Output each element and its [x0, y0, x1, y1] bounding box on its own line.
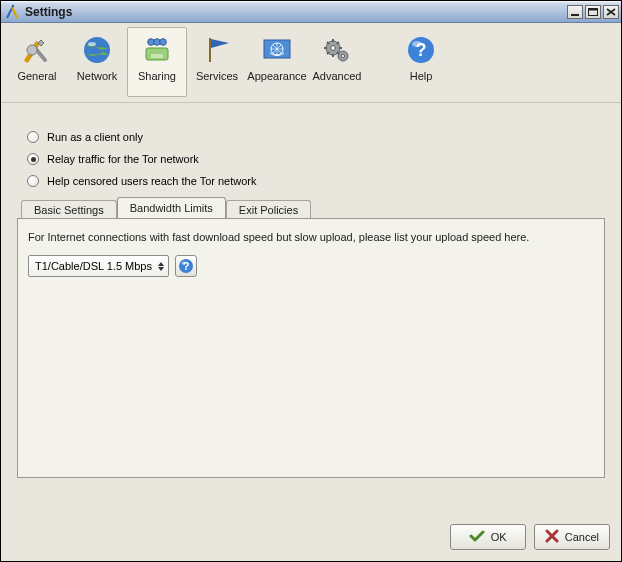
toolbar-label: Sharing [138, 70, 176, 82]
upload-speed-select[interactable]: T1/Cable/DSL 1.5 Mbps [28, 255, 169, 277]
close-button[interactable] [603, 5, 619, 19]
ok-button[interactable]: OK [450, 524, 526, 550]
radio-icon [27, 131, 39, 143]
titlebar: Settings [1, 1, 621, 23]
relay-option-relay[interactable]: Relay traffic for the Tor network [27, 153, 605, 165]
svg-point-17 [341, 54, 345, 58]
ok-label: OK [491, 531, 507, 543]
svg-point-4 [84, 37, 110, 63]
svg-rect-11 [209, 38, 211, 62]
cancel-button[interactable]: Cancel [534, 524, 610, 550]
tab-exit-policies[interactable]: Exit Policies [226, 200, 311, 219]
toolbar-item-network[interactable]: Network [67, 27, 127, 97]
relay-option-client[interactable]: Run as a client only [27, 131, 605, 143]
bandwidth-panel: For Internet connections with fast downl… [17, 218, 605, 478]
svg-point-10 [160, 39, 167, 46]
gears-icon [321, 34, 353, 66]
cross-icon [545, 529, 559, 545]
spinner-icon [158, 262, 164, 271]
relay-option-bridge[interactable]: Help censored users reach the Tor networ… [27, 175, 605, 187]
maximize-button[interactable] [585, 5, 601, 19]
toolbar-label: Advanced [313, 70, 362, 82]
svg-point-24 [181, 262, 186, 265]
radio-icon [27, 153, 39, 165]
tab-bandwidth-limits[interactable]: Bandwidth Limits [117, 197, 226, 218]
app-icon [5, 4, 21, 20]
bandwidth-help-button[interactable]: ? [175, 255, 197, 277]
checkmark-icon [469, 530, 485, 544]
svg-point-0 [12, 4, 14, 6]
svg-point-5 [88, 42, 96, 46]
toolbar: General Network Sharing [1, 23, 621, 103]
sharing-icon [141, 34, 173, 66]
tab-label: Bandwidth Limits [130, 202, 213, 214]
toolbar-label: Appearance [247, 70, 306, 82]
svg-rect-7 [151, 54, 163, 58]
toolbar-item-advanced[interactable]: Advanced [307, 27, 367, 97]
dialog-footer: OK Cancel [450, 524, 610, 550]
upload-speed-value: T1/Cable/DSL 1.5 Mbps [35, 260, 152, 272]
window-title: Settings [25, 5, 565, 19]
toolbar-item-appearance[interactable]: Appearance [247, 27, 307, 97]
un-flag-icon [261, 34, 293, 66]
help-icon: ? [405, 34, 437, 66]
tab-label: Basic Settings [34, 204, 104, 216]
toolbar-label: Help [410, 70, 433, 82]
toolbar-label: General [17, 70, 56, 82]
svg-rect-1 [571, 14, 579, 16]
tab-label: Exit Policies [239, 204, 298, 216]
toolbar-label: Network [77, 70, 117, 82]
svg-point-21 [412, 41, 422, 47]
tab-basic-settings[interactable]: Basic Settings [21, 200, 117, 219]
radio-label: Relay traffic for the Tor network [47, 153, 199, 165]
toolbar-item-services[interactable]: Services [187, 27, 247, 97]
radio-label: Help censored users reach the Tor networ… [47, 175, 257, 187]
toolbar-item-general[interactable]: General [7, 27, 67, 97]
radio-icon [27, 175, 39, 187]
toolbar-label: Services [196, 70, 238, 82]
cancel-label: Cancel [565, 531, 599, 543]
svg-rect-3 [589, 8, 598, 10]
radio-label: Run as a client only [47, 131, 143, 143]
toolbar-item-help[interactable]: ? Help [391, 27, 451, 97]
globe-icon [81, 34, 113, 66]
svg-point-15 [331, 46, 336, 51]
content-area: Run as a client only Relay traffic for t… [1, 103, 621, 486]
flag-icon [201, 34, 233, 66]
bandwidth-description: For Internet connections with fast downl… [28, 231, 594, 243]
tools-icon [21, 34, 53, 66]
toolbar-item-sharing[interactable]: Sharing [127, 27, 187, 97]
minimize-button[interactable] [567, 5, 583, 19]
tab-bar: Basic Settings Bandwidth Limits Exit Pol… [17, 197, 605, 218]
relay-mode-group: Run as a client only Relay traffic for t… [27, 131, 605, 187]
